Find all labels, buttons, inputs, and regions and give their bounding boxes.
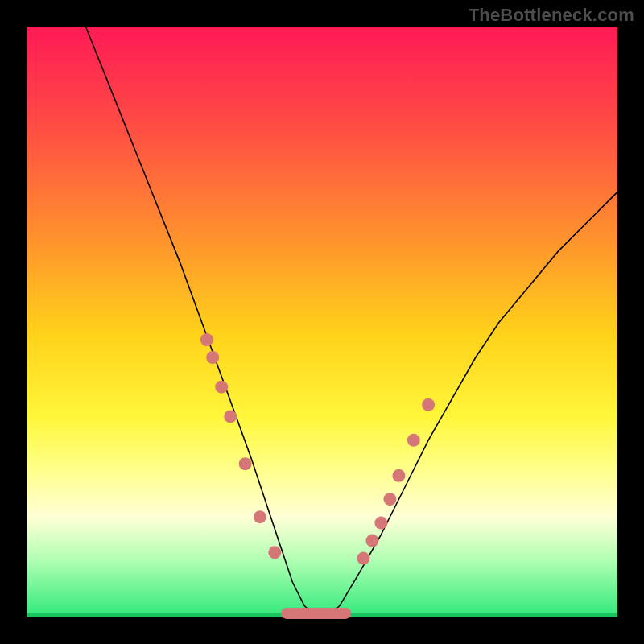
marker-dot [374,517,387,530]
marker-dot [392,469,405,482]
marker-dot [407,434,420,447]
marker-dot [422,398,435,411]
marker-dot [365,535,378,547]
marker-cluster-right [357,398,435,565]
curve-svg [27,27,617,617]
bottleneck-curve [85,27,617,617]
marker-dot [215,381,228,394]
marker-dot [383,493,396,506]
marker-dot [357,552,369,565]
marker-dot [206,351,219,364]
marker-cluster-left [200,333,281,559]
marker-dot [239,457,252,470]
marker-dot [268,546,281,559]
marker-dot [254,510,266,523]
chart-frame: TheBottleneck.com [0,0,644,644]
marker-dot [200,333,213,346]
watermark-text: TheBottleneck.com [469,5,634,26]
plot-area [27,27,617,617]
marker-dot [224,410,237,423]
